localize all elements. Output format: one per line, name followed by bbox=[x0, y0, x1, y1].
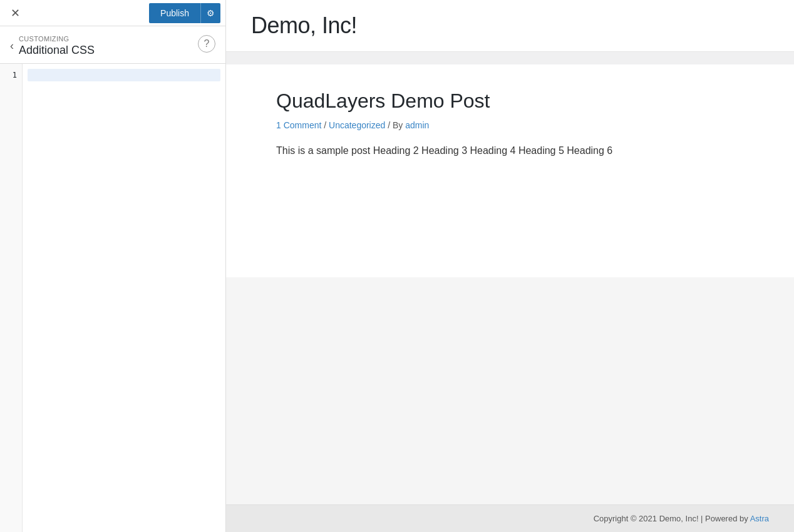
post-title: QuadLayers Demo Post bbox=[276, 90, 744, 113]
close-button[interactable]: ✕ bbox=[5, 3, 25, 23]
post-category-link[interactable]: Uncategorized bbox=[329, 120, 385, 130]
publish-button[interactable]: Publish bbox=[149, 3, 200, 23]
section-nav: ‹ Customizing Additional CSS bbox=[10, 35, 95, 57]
section-title: Additional CSS bbox=[19, 44, 95, 57]
meta-sep-1: / bbox=[321, 120, 329, 130]
line-numbers: 1 bbox=[0, 64, 23, 532]
post-comment-link[interactable]: 1 Comment bbox=[276, 120, 321, 130]
copyright-text: Copyright © 2021 Demo, Inc! | Powered by bbox=[594, 514, 750, 523]
customizer-panel: ✕ Publish ⚙ ‹ Customizing Additional CSS… bbox=[0, 0, 226, 532]
meta-sep-2: / By bbox=[385, 120, 405, 130]
post-author-link[interactable]: admin bbox=[405, 120, 429, 130]
back-icon: ‹ bbox=[10, 39, 14, 53]
line-number-1: 1 bbox=[13, 69, 17, 81]
customizing-label: Customizing bbox=[19, 35, 95, 43]
post-meta: 1 Comment / Uncategorized / By admin bbox=[276, 120, 744, 130]
site-header: Demo, Inc! bbox=[226, 0, 794, 52]
code-line-1 bbox=[28, 69, 220, 81]
publish-settings-button[interactable]: ⚙ bbox=[200, 3, 220, 23]
site-title: Demo, Inc! bbox=[251, 13, 769, 39]
code-editor[interactable]: 1 bbox=[0, 64, 225, 532]
back-button[interactable]: ‹ bbox=[10, 39, 14, 53]
footer-area bbox=[226, 277, 794, 504]
site-footer: Copyright © 2021 Demo, Inc! | Powered by… bbox=[226, 504, 794, 532]
post-excerpt: This is a sample post Heading 2 Heading … bbox=[276, 143, 744, 159]
section-info: Customizing Additional CSS bbox=[19, 35, 95, 57]
section-header: ‹ Customizing Additional CSS ? bbox=[0, 26, 225, 64]
help-button[interactable]: ? bbox=[198, 35, 215, 53]
publish-group: Publish ⚙ bbox=[149, 3, 220, 23]
code-content[interactable] bbox=[23, 64, 225, 532]
top-bar: ✕ Publish ⚙ bbox=[0, 0, 225, 26]
main-content: QuadLayers Demo Post 1 Comment / Uncateg… bbox=[226, 64, 794, 277]
gear-icon: ⚙ bbox=[207, 8, 215, 18]
preview-area: Demo, Inc! QuadLayers Demo Post 1 Commen… bbox=[226, 0, 794, 532]
help-icon: ? bbox=[204, 38, 210, 49]
powered-by-link[interactable]: Astra bbox=[750, 514, 769, 523]
